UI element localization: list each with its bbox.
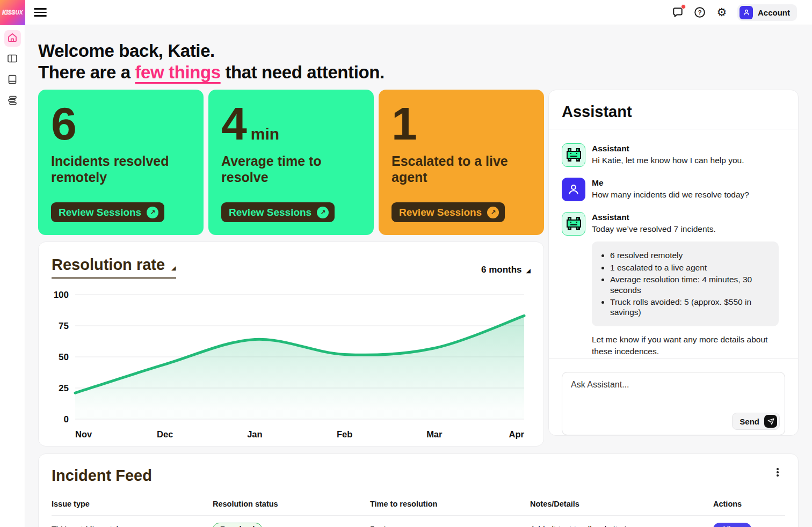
message-text: How many incidents did we resolve today? — [592, 189, 749, 201]
svg-text:0: 0 — [64, 414, 69, 424]
assistant-message: Assistant Today we’ve resolved 7 inciden… — [562, 212, 786, 358]
sidebar-item-devices[interactable] — [4, 72, 21, 89]
stat-cards-row: 6 Incidents resolved remotely Review Ses… — [38, 90, 544, 235]
status-badge: Resolved — [213, 523, 262, 527]
message-sender: Me — [592, 178, 749, 188]
resolution-rate-chart: 0255075100NovDecJanFebMarApr — [52, 287, 532, 444]
column-header-notes-details: Notes/Details — [530, 495, 713, 516]
kebab-menu-icon[interactable] — [772, 466, 784, 479]
settings-gear-icon[interactable]: ⚙ — [715, 6, 728, 19]
stat-label: Incidents resolved remotely — [51, 153, 180, 185]
layout-sidebar-icon — [7, 53, 18, 65]
sidebar-item-home[interactable] — [4, 30, 21, 47]
assistant-input-box: Send — [562, 372, 785, 435]
ask-assistant-input[interactable] — [571, 380, 776, 410]
time-range-dropdown[interactable]: 6 months◢ — [481, 265, 531, 275]
chart-area: 0255075100NovDecJanFebMarApr — [52, 287, 531, 446]
table-header-row: Issue type Resolution status Time to res… — [52, 495, 785, 516]
stat-value: 4min — [221, 103, 361, 145]
cell-notes-details: Add alt text to all website issues — [530, 516, 713, 527]
stat-label: Escalated to a live agent — [392, 153, 520, 185]
assistant-title: Assistant — [549, 90, 798, 129]
column-header-time-to-resolution: Time to resolution — [370, 495, 530, 516]
svg-text:?: ? — [698, 9, 701, 16]
brand-logo: KISSUX — [0, 0, 25, 25]
svg-text:25: 25 — [59, 383, 69, 393]
stat-card-resolved-remotely: 6 Incidents resolved remotely Review Ses… — [38, 90, 204, 235]
left-column: 6 Incidents resolved remotely Review Ses… — [38, 90, 544, 447]
resolution-rate-card: Resolution rate◢ 6 months◢ 0255075100Nov… — [38, 241, 544, 447]
send-button[interactable]: Send — [732, 413, 780, 430]
main-content: Welcome back, Katie. There are a few thi… — [25, 25, 812, 527]
assistant-bot-avatar pixel-frog-icon — [562, 143, 585, 167]
stat-value: 6 — [51, 103, 191, 145]
svg-text:Mar: Mar — [426, 429, 443, 439]
home-icon — [7, 32, 18, 45]
message-followup-text: Let me know if you want any more details… — [592, 334, 786, 358]
svg-text:Apr: Apr — [509, 429, 525, 439]
account-label: Account — [758, 8, 790, 17]
assistant-input-section: Send — [549, 358, 798, 435]
incident-feed-title: Incident Feed — [52, 467, 785, 485]
summary-item: Truck rolls avoided: 5 (approx. $550 in … — [610, 297, 770, 318]
stat-card-average-time: 4min Average time to resolve Review Sess… — [208, 90, 374, 235]
hamburger-menu-icon[interactable] — [34, 7, 47, 18]
help-icon[interactable]: ? — [693, 6, 706, 19]
svg-text:50: 50 — [59, 352, 69, 362]
message-sender: Assistant — [592, 213, 786, 222]
message-text: Today we’ve resolved 7 incidents. — [592, 223, 786, 235]
topbar: KISSUX ? ⚙ Account — [0, 0, 812, 25]
review-sessions-button[interactable]: Review Sessions ↗ — [392, 202, 505, 222]
stat-suffix: min — [251, 127, 279, 142]
chevron-down-icon: ◢ — [526, 268, 531, 274]
sidebar-item-queue[interactable] — [4, 93, 21, 109]
column-header-actions: Actions — [713, 495, 785, 516]
incident-summary-box: 6 resolved remotely 1 escalated to a liv… — [592, 241, 779, 326]
svg-text:Dec: Dec — [157, 429, 173, 439]
column-header-resolution-status: Resolution status — [213, 495, 370, 516]
stat-value: 1 — [392, 103, 531, 145]
arrow-up-right-icon: ↗ — [317, 207, 329, 218]
summary-item: Average resolution time: 4 minutes, 30 s… — [610, 274, 770, 295]
svg-text:75: 75 — [59, 321, 69, 331]
paper-plane-icon — [764, 415, 777, 428]
topbar-actions: ? ⚙ Account — [671, 4, 812, 21]
chevron-down-icon: ◢ — [171, 265, 176, 271]
brand-logo-text: KISSUX — [2, 10, 23, 16]
assistant-message: Assistant Hi Katie, let me know how I ca… — [562, 143, 786, 167]
table-row: TV Input Mismatch Resolved 5 min Add alt… — [52, 516, 785, 527]
chat-notification-icon[interactable] — [671, 6, 684, 19]
stat-label: Average time to resolve — [221, 153, 350, 185]
svg-text:100: 100 — [54, 290, 69, 300]
stacked-list-icon — [7, 95, 18, 107]
page-title: Welcome back, Katie. There are a few thi… — [38, 40, 799, 83]
welcome-line1: Welcome back, Katie. — [38, 41, 215, 61]
message-sender: Assistant — [592, 144, 744, 153]
review-sessions-button[interactable]: Review Sessions ↗ — [51, 202, 164, 222]
review-sessions-button[interactable]: Review Sessions ↗ — [221, 202, 335, 222]
assistant-panel: Assistant — [548, 90, 799, 436]
stat-card-escalated: 1 Escalated to a live agent Review Sessi… — [379, 90, 544, 235]
assistant-messages: Assistant Hi Katie, let me know how I ca… — [549, 129, 798, 358]
svg-text:Feb: Feb — [337, 429, 352, 439]
sidebar-item-sessions[interactable] — [4, 51, 21, 68]
account-button[interactable]: Account — [737, 4, 797, 21]
few-things-link[interactable]: few things — [135, 62, 220, 82]
message-text: Hi Katie, let me know how I can help you… — [592, 155, 744, 166]
summary-item: 1 escalated to a live agent — [610, 262, 770, 273]
user-avatar person-icon — [562, 178, 585, 201]
column-header-issue-type: Issue type — [52, 495, 213, 516]
assistant-bot-avatar pixel-frog-icon — [562, 212, 585, 236]
resolution-rate-dropdown[interactable]: Resolution rate◢ — [52, 256, 176, 279]
user-message: Me How many incidents did we resolve tod… — [562, 178, 786, 201]
sidebar — [0, 25, 25, 527]
device-tablet-icon — [7, 74, 18, 86]
incident-feed-card: Incident Feed Issue type Resolution stat… — [38, 453, 799, 527]
incident-summary-list: 6 resolved remotely 1 escalated to a liv… — [599, 250, 770, 317]
arrow-up-right-icon: ↗ — [147, 207, 158, 218]
welcome-line2-suffix: that need attention. — [221, 62, 385, 82]
notification-dot — [681, 4, 686, 9]
svg-text:Nov: Nov — [75, 429, 92, 439]
summary-item: 6 resolved remotely — [610, 250, 770, 260]
view-button[interactable]: View — [713, 523, 751, 527]
